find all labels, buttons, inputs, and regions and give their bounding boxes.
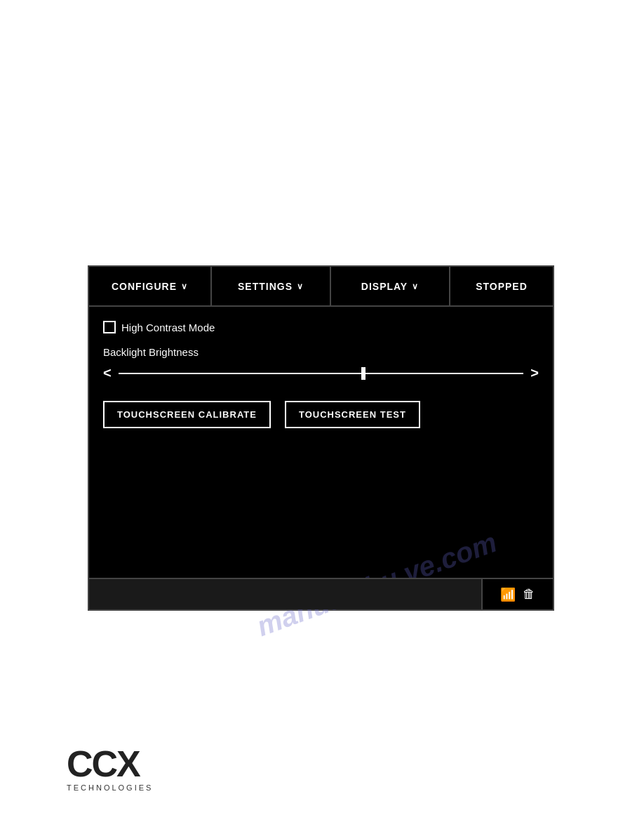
logo-subtext: TECHNOLOGIES <box>67 783 153 792</box>
backlight-section: Backlight Brightness < > <box>103 346 539 381</box>
status-bar: 📶 🗑 <box>89 578 553 609</box>
slider-right-arrow[interactable]: > <box>530 365 539 381</box>
high-contrast-label: High Contrast Mode <box>121 322 215 333</box>
touchscreen-test-button[interactable]: TOUCHSCREEN TEST <box>285 401 420 428</box>
settings-chevron: ∨ <box>297 282 304 291</box>
slider-left-arrow[interactable]: < <box>103 365 112 381</box>
high-contrast-checkbox[interactable] <box>103 321 116 333</box>
display-chevron: ∨ <box>412 282 419 291</box>
menu-settings[interactable]: SETTINGS ∨ <box>212 267 331 305</box>
wifi-icon: 📶 <box>500 587 516 602</box>
device-screen: CONFIGURE ∨ SETTINGS ∨ DISPLAY ∨ STOPPED… <box>88 265 554 611</box>
status-input-area[interactable] <box>89 579 483 609</box>
slider-row: < > <box>103 365 539 381</box>
ccx-logo: CCX TECHNOLOGIES <box>67 746 153 792</box>
menu-display[interactable]: DISPLAY ∨ <box>331 267 450 305</box>
page-wrapper: CONFIGURE ∨ SETTINGS ∨ DISPLAY ∨ STOPPED… <box>0 0 644 834</box>
menu-stopped: STOPPED <box>450 267 553 305</box>
buttons-row: TOUCHSCREEN CALIBRATE TOUCHSCREEN TEST <box>103 401 539 428</box>
menu-bar: CONFIGURE ∨ SETTINGS ∨ DISPLAY ∨ STOPPED <box>89 267 553 307</box>
battery-icon: 🗑 <box>523 587 535 602</box>
logo-text: CCX <box>67 746 140 782</box>
menu-configure[interactable]: CONFIGURE ∨ <box>89 267 212 305</box>
stopped-label: STOPPED <box>476 281 528 292</box>
slider-thumb[interactable] <box>361 367 365 380</box>
high-contrast-row: High Contrast Mode <box>103 321 539 333</box>
display-label: DISPLAY <box>361 281 408 292</box>
status-icons: 📶 🗑 <box>483 579 553 609</box>
backlight-label: Backlight Brightness <box>103 346 539 358</box>
content-area: High Contrast Mode Backlight Brightness … <box>89 307 553 442</box>
slider-track[interactable] <box>119 373 524 374</box>
settings-label: SETTINGS <box>238 281 293 292</box>
configure-chevron: ∨ <box>181 282 188 291</box>
configure-label: CONFIGURE <box>112 281 177 292</box>
touchscreen-calibrate-button[interactable]: TOUCHSCREEN CALIBRATE <box>103 401 271 428</box>
